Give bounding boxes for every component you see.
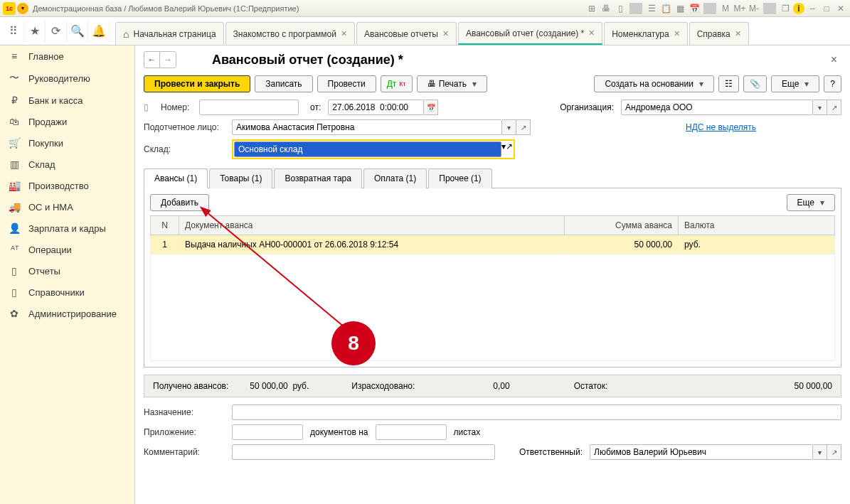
table-more-button[interactable]: Еще bbox=[787, 194, 835, 211]
date-input[interactable] bbox=[328, 100, 424, 115]
sidebar-item-assets[interactable]: 🚚ОС и НМА bbox=[0, 196, 134, 218]
doc-icon[interactable]: ▯ bbox=[614, 3, 627, 14]
forward-icon[interactable]: → bbox=[160, 52, 176, 68]
sidebar-item-catalogs[interactable]: ▯Справочники bbox=[0, 282, 134, 303]
tab-home[interactable]: ⌂Начальная страница bbox=[115, 22, 224, 45]
minimize-icon[interactable]: – bbox=[806, 3, 819, 14]
calendar-icon[interactable]: 📅 bbox=[688, 3, 701, 14]
post-and-close-button[interactable]: Провести и закрыть bbox=[144, 75, 250, 92]
tab-report-create[interactable]: Авансовый отчет (создание) *✕ bbox=[458, 22, 602, 45]
attach-docs-input[interactable] bbox=[232, 424, 303, 440]
tab-report-create-label: Авансовый отчет (создание) * bbox=[466, 28, 584, 38]
doc-tab-payment[interactable]: Оплата (1) bbox=[363, 168, 427, 188]
bell-icon[interactable]: 🔔 bbox=[88, 21, 110, 42]
create-based-button[interactable]: Создать на основании bbox=[594, 75, 714, 92]
open-icon[interactable]: ↗ bbox=[516, 119, 531, 135]
dkt-button[interactable]: ДтКт bbox=[381, 75, 413, 92]
vat-link[interactable]: НДС не выделять bbox=[686, 122, 756, 132]
attach-sheets-input[interactable] bbox=[376, 424, 447, 440]
doc-tab-goods[interactable]: Товары (1) bbox=[209, 168, 272, 188]
person-icon: 👤 bbox=[9, 222, 20, 234]
page-title: Авансовый отчет (создание) * bbox=[212, 53, 403, 68]
purpose-label: Назначение: bbox=[144, 407, 229, 417]
calendar-icon[interactable]: 📅 bbox=[424, 100, 438, 115]
m-minus-icon[interactable]: M- bbox=[748, 3, 760, 14]
open-icon[interactable]: ↗ bbox=[827, 100, 841, 115]
org-label: Организация: bbox=[560, 102, 614, 112]
tab-reports[interactable]: Авансовые отчеты✕ bbox=[356, 22, 457, 45]
windows-icon[interactable]: ❐ bbox=[779, 3, 792, 14]
warehouse-input[interactable] bbox=[234, 141, 501, 157]
m-plus-icon[interactable]: M+ bbox=[733, 3, 746, 14]
close-icon[interactable]: ✕ bbox=[735, 29, 741, 38]
responsible-input[interactable] bbox=[590, 444, 813, 460]
sidebar-item-bank[interactable]: ₽Банк и касса bbox=[0, 90, 134, 111]
tab-help-label: Справка bbox=[697, 29, 731, 39]
back-icon[interactable]: ← bbox=[144, 52, 160, 68]
print-icon[interactable]: 🖶 bbox=[600, 3, 612, 14]
close-icon[interactable]: ✕ bbox=[341, 29, 347, 38]
tab-home-label: Начальная страница bbox=[133, 29, 216, 39]
org-input[interactable] bbox=[621, 100, 813, 115]
annotation-number: 8 bbox=[348, 332, 359, 355]
save-button[interactable]: Записать bbox=[255, 75, 312, 92]
close-icon[interactable]: ✕ bbox=[588, 28, 595, 38]
tab-intro[interactable]: Знакомство с программой✕ bbox=[225, 22, 355, 45]
attach-button[interactable]: 📎 bbox=[743, 75, 767, 92]
tab-help[interactable]: Справка✕ bbox=[689, 22, 749, 45]
sidebar-item-production[interactable]: 🏭Производство bbox=[0, 175, 134, 196]
purpose-input[interactable] bbox=[232, 404, 841, 420]
comment-input[interactable] bbox=[232, 444, 495, 460]
search-icon[interactable]: 🔍 bbox=[67, 21, 88, 42]
dropdown-icon[interactable]: ▾ bbox=[813, 444, 827, 460]
doc-tab-other[interactable]: Прочее (1) bbox=[428, 168, 492, 188]
apps-icon[interactable]: ⠿ bbox=[3, 21, 24, 42]
sidebar-item-manager[interactable]: 〜Руководителю bbox=[0, 67, 134, 90]
tab-nomenclature[interactable]: Номенклатура✕ bbox=[604, 22, 688, 45]
tab-nomenclature-label: Номенклатура bbox=[612, 29, 669, 39]
home-icon: ⌂ bbox=[123, 28, 129, 40]
number-input[interactable] bbox=[199, 100, 299, 115]
window-title: Демонстрационная база / Любимов Валерий … bbox=[33, 4, 585, 13]
sidebar-item-warehouse[interactable]: ▥Склад bbox=[0, 154, 134, 175]
close-window-icon[interactable]: ✕ bbox=[834, 3, 847, 14]
received-label: Получено авансов: bbox=[153, 381, 228, 391]
main-toolbar: ⠿ ★ ⟳ 🔍 🔔 ⌂Начальная страница Знакомство… bbox=[0, 17, 850, 45]
post-button[interactable]: Провести bbox=[317, 75, 376, 92]
col-n[interactable]: N bbox=[151, 216, 179, 235]
help-button[interactable]: ? bbox=[824, 75, 841, 92]
print-button[interactable]: 🖶Печать bbox=[417, 75, 487, 92]
more-button[interactable]: Еще bbox=[771, 75, 819, 92]
star-icon[interactable]: ★ bbox=[24, 21, 46, 42]
calc-icon[interactable]: ⊞ bbox=[585, 3, 598, 14]
clipboard-icon[interactable]: 📋 bbox=[659, 3, 672, 14]
maximize-icon[interactable]: □ bbox=[820, 3, 833, 14]
app-menu-dropdown-icon[interactable]: ▾ bbox=[17, 3, 28, 14]
doc-tab-returnable[interactable]: Возвратная тара bbox=[274, 168, 362, 188]
sidebar-item-operations[interactable]: ᴬᵀОперации bbox=[0, 239, 134, 260]
person-input[interactable] bbox=[232, 119, 502, 135]
doc-tab-advances[interactable]: Авансы (1) bbox=[144, 168, 208, 188]
open-icon[interactable]: ↗ bbox=[827, 444, 841, 460]
structure-button[interactable]: ☷ bbox=[718, 75, 739, 92]
close-icon[interactable]: ✕ bbox=[674, 29, 680, 38]
m-icon[interactable]: M bbox=[719, 3, 732, 14]
col-currency[interactable]: Валюта bbox=[679, 216, 835, 235]
grid-icon[interactable]: ▦ bbox=[674, 3, 686, 14]
sidebar-item-salary[interactable]: 👤Зарплата и кадры bbox=[0, 218, 134, 239]
sidebar-item-admin[interactable]: ✿Администрирование bbox=[0, 303, 134, 324]
sidebar-item-sales[interactable]: 🛍Продажи bbox=[0, 111, 134, 132]
history-icon[interactable]: ⟳ bbox=[46, 21, 67, 42]
compare-icon[interactable]: ☰ bbox=[645, 3, 658, 14]
sidebar-item-reports[interactable]: ▯Отчеты bbox=[0, 260, 134, 282]
close-page-icon[interactable]: × bbox=[827, 52, 841, 68]
col-sum[interactable]: Сумма аванса bbox=[565, 216, 679, 235]
dropdown-icon[interactable]: ▾ bbox=[502, 119, 516, 135]
open-icon[interactable]: ↗ bbox=[506, 141, 513, 157]
sidebar-item-purchases[interactable]: 🛒Покупки bbox=[0, 132, 134, 154]
sidebar-item-main[interactable]: ≡Главное bbox=[0, 45, 134, 67]
info-icon[interactable]: i bbox=[793, 3, 804, 14]
dropdown-icon[interactable]: ▾ bbox=[813, 100, 827, 115]
attach-label: Приложение: bbox=[144, 427, 229, 437]
close-icon[interactable]: ✕ bbox=[442, 29, 449, 38]
